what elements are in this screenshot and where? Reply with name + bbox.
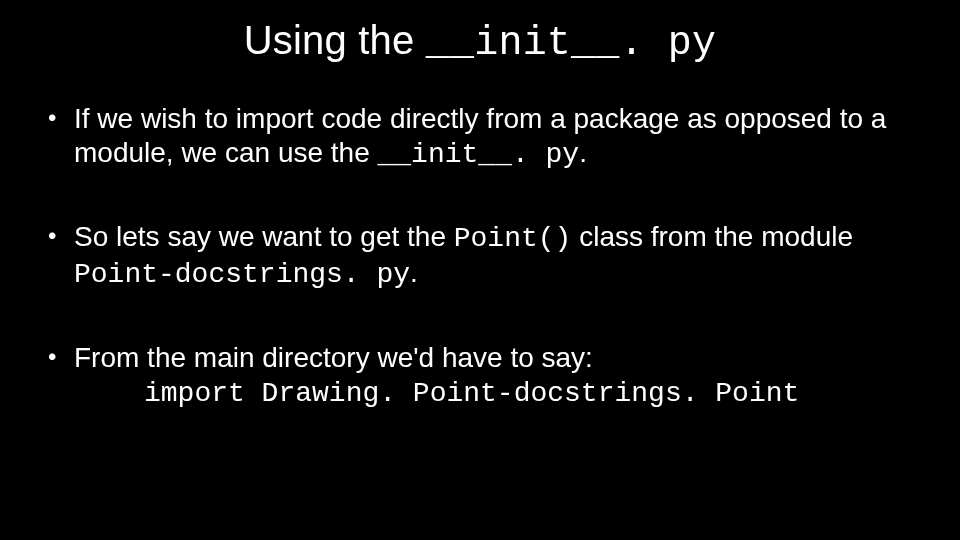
bullet-code-line: import Drawing. Point-docstrings. Point (74, 377, 920, 411)
bullet-code: Point-docstrings. py (74, 259, 410, 290)
bullet-list: If we wish to import code directly from … (40, 102, 920, 411)
bullet-code: Point() (454, 223, 572, 254)
bullet-text: . (579, 137, 587, 168)
bullet-text: So lets say we want to get the (74, 221, 454, 252)
title-prefix: Using the (244, 18, 426, 62)
bullet-text: class from the module (571, 221, 853, 252)
title-code: __init__. py (426, 21, 716, 66)
bullet-text: From the main directory we'd have to say… (74, 342, 593, 373)
bullet-item: So lets say we want to get the Point() c… (40, 220, 920, 292)
slide: Using the __init__. py If we wish to imp… (0, 0, 960, 540)
bullet-code: __init__. py (378, 139, 580, 170)
bullet-item: If we wish to import code directly from … (40, 102, 920, 172)
bullet-text: . (410, 257, 418, 288)
bullet-item: From the main directory we'd have to say… (40, 341, 920, 411)
slide-title: Using the __init__. py (40, 18, 920, 66)
